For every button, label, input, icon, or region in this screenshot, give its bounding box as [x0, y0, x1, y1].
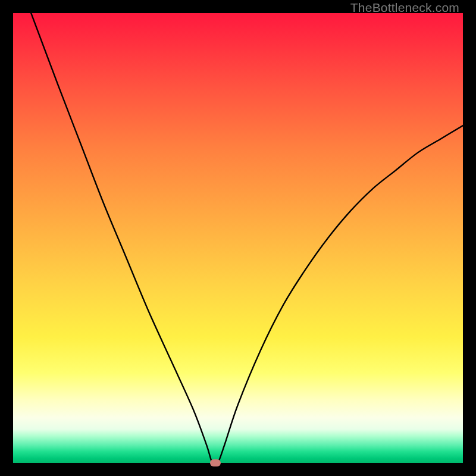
- chart-plot-area: [13, 13, 463, 463]
- curve-path: [31, 13, 463, 463]
- bottleneck-curve: [13, 13, 463, 463]
- attribution-watermark: TheBottleneck.com: [350, 1, 459, 15]
- optimal-marker: [210, 459, 221, 466]
